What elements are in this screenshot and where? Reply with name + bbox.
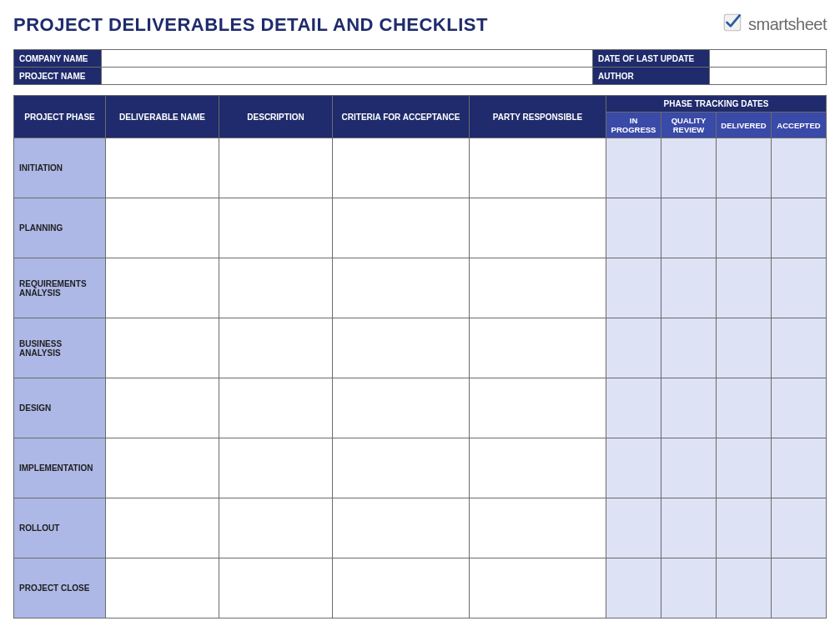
hdr-party: PARTY RESPONSIBLE — [470, 96, 606, 138]
cell-in-progress[interactable] — [606, 498, 661, 558]
author-value[interactable] — [710, 68, 827, 85]
phase-label: PROJECT CLOSE — [14, 558, 106, 618]
cell-quality[interactable] — [661, 498, 717, 558]
phase-label: IMPLEMENTATION — [14, 438, 106, 498]
cell-quality[interactable] — [661, 198, 717, 258]
brand-text: smartsheet — [748, 15, 827, 34]
cell-criteria[interactable] — [333, 198, 470, 258]
cell-delivered[interactable] — [717, 138, 772, 198]
phase-label: BUSINESS ANALYSIS — [14, 318, 106, 378]
table-row: ROLLOUT — [14, 498, 827, 558]
cell-accepted[interactable] — [772, 498, 827, 558]
cell-party[interactable] — [470, 558, 606, 618]
cell-deliverable[interactable] — [106, 378, 219, 438]
phase-label: REQUIREMENTS ANALYSIS — [14, 258, 106, 318]
cell-deliverable[interactable] — [106, 438, 219, 498]
cell-description[interactable] — [219, 498, 333, 558]
cell-party[interactable] — [470, 138, 606, 198]
company-value[interactable] — [102, 50, 593, 68]
cell-accepted[interactable] — [772, 258, 827, 318]
project-label: PROJECT NAME — [14, 68, 102, 85]
cell-description[interactable] — [219, 378, 333, 438]
cell-delivered[interactable] — [717, 198, 772, 258]
cell-criteria[interactable] — [333, 258, 470, 318]
cell-deliverable[interactable] — [106, 318, 219, 378]
cell-criteria[interactable] — [333, 498, 470, 558]
cell-party[interactable] — [470, 438, 606, 498]
cell-delivered[interactable] — [717, 498, 772, 558]
project-value[interactable] — [102, 68, 593, 85]
hdr-accepted: ACCEPTED — [772, 113, 827, 138]
checkmark-icon — [722, 12, 743, 38]
cell-in-progress[interactable] — [606, 438, 661, 498]
hdr-phase: PROJECT PHASE — [14, 96, 106, 138]
cell-party[interactable] — [470, 498, 606, 558]
phase-label: ROLLOUT — [14, 498, 106, 558]
cell-in-progress[interactable] — [606, 198, 661, 258]
author-label: AUTHOR — [593, 68, 710, 85]
cell-accepted[interactable] — [772, 378, 827, 438]
meta-table: COMPANY NAME DATE OF LAST UPDATE PROJECT… — [13, 49, 827, 85]
cell-deliverable[interactable] — [106, 498, 219, 558]
brand-logo: smartsheet — [722, 12, 827, 38]
table-body: INITIATION PLANNING REQUIREMENTS ANALYSI… — [14, 138, 827, 618]
phase-label: PLANNING — [14, 198, 106, 258]
cell-deliverable[interactable] — [106, 198, 219, 258]
cell-deliverable[interactable] — [106, 558, 219, 618]
cell-criteria[interactable] — [333, 318, 470, 378]
cell-criteria[interactable] — [333, 438, 470, 498]
cell-in-progress[interactable] — [606, 378, 661, 438]
cell-delivered[interactable] — [717, 318, 772, 378]
cell-description[interactable] — [219, 318, 333, 378]
cell-accepted[interactable] — [772, 438, 827, 498]
cell-description[interactable] — [219, 558, 333, 618]
cell-criteria[interactable] — [333, 138, 470, 198]
cell-in-progress[interactable] — [606, 318, 661, 378]
cell-party[interactable] — [470, 318, 606, 378]
cell-accepted[interactable] — [772, 558, 827, 618]
cell-delivered[interactable] — [717, 558, 772, 618]
cell-quality[interactable] — [661, 378, 717, 438]
cell-criteria[interactable] — [333, 558, 470, 618]
cell-criteria[interactable] — [333, 378, 470, 438]
hdr-criteria: CRITERIA FOR ACCEPTANCE — [333, 96, 470, 138]
hdr-delivered: DELIVERED — [717, 113, 772, 138]
cell-description[interactable] — [219, 198, 333, 258]
cell-deliverable[interactable] — [106, 258, 219, 318]
cell-delivered[interactable] — [717, 258, 772, 318]
cell-quality[interactable] — [661, 258, 717, 318]
cell-quality[interactable] — [661, 318, 717, 378]
cell-description[interactable] — [219, 438, 333, 498]
cell-description[interactable] — [219, 138, 333, 198]
table-row: BUSINESS ANALYSIS — [14, 318, 827, 378]
hdr-tracking-group: PHASE TRACKING DATES — [606, 96, 827, 113]
date-label: DATE OF LAST UPDATE — [593, 50, 710, 68]
cell-delivered[interactable] — [717, 438, 772, 498]
cell-in-progress[interactable] — [606, 558, 661, 618]
table-row: DESIGN — [14, 378, 827, 438]
hdr-in-progress: IN PROGRESS — [606, 113, 661, 138]
table-row: PLANNING — [14, 198, 827, 258]
cell-in-progress[interactable] — [606, 258, 661, 318]
cell-deliverable[interactable] — [106, 138, 219, 198]
cell-quality[interactable] — [661, 438, 717, 498]
phase-label: INITIATION — [14, 138, 106, 198]
cell-in-progress[interactable] — [606, 138, 661, 198]
hdr-deliverable: DELIVERABLE NAME — [106, 96, 219, 138]
date-value[interactable] — [710, 50, 827, 68]
deliverables-table: PROJECT PHASE DELIVERABLE NAME DESCRIPTI… — [13, 95, 827, 618]
hdr-description: DESCRIPTION — [219, 96, 333, 138]
cell-party[interactable] — [470, 258, 606, 318]
cell-delivered[interactable] — [717, 378, 772, 438]
table-row: IMPLEMENTATION — [14, 438, 827, 498]
cell-quality[interactable] — [661, 138, 717, 198]
table-row: INITIATION — [14, 138, 827, 198]
cell-party[interactable] — [470, 378, 606, 438]
cell-description[interactable] — [219, 258, 333, 318]
page-title: PROJECT DELIVERABLES DETAIL AND CHECKLIS… — [13, 14, 488, 36]
cell-accepted[interactable] — [772, 198, 827, 258]
cell-quality[interactable] — [661, 558, 717, 618]
cell-party[interactable] — [470, 198, 606, 258]
cell-accepted[interactable] — [772, 318, 827, 378]
cell-accepted[interactable] — [772, 138, 827, 198]
